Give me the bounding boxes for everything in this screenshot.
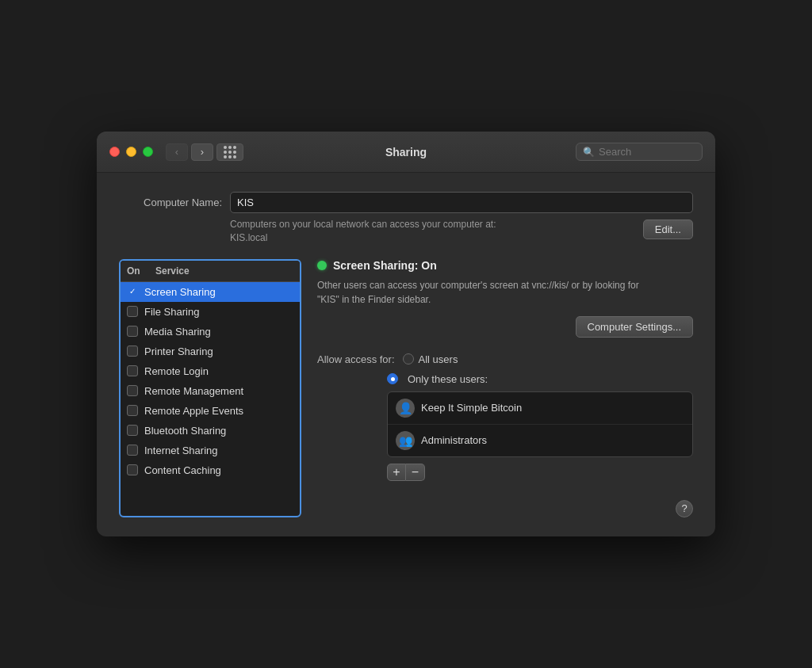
computer-name-row: Computer Name: xyxy=(119,192,693,213)
maximize-button[interactable] xyxy=(143,147,153,157)
traffic-lights xyxy=(109,147,153,157)
service-item[interactable]: Media Sharing xyxy=(121,322,300,342)
service-name: Bluetooth Sharing xyxy=(144,425,226,437)
service-item[interactable]: Content Caching xyxy=(121,460,300,480)
all-users-option[interactable]: All users xyxy=(403,353,458,365)
service-name: Content Caching xyxy=(144,464,221,476)
service-checkbox[interactable] xyxy=(127,405,138,416)
service-name: Screen Sharing xyxy=(144,286,216,298)
edit-button[interactable]: Edit... xyxy=(643,219,693,239)
forward-button[interactable]: › xyxy=(191,143,213,161)
status-title: Screen Sharing: On xyxy=(333,259,437,272)
services-list: Screen SharingFile SharingMedia SharingP… xyxy=(121,282,300,480)
only-users-label: Only these users: xyxy=(408,373,488,385)
service-item[interactable]: Printer Sharing xyxy=(121,342,300,361)
service-item[interactable]: File Sharing xyxy=(121,302,300,322)
service-name: Printer Sharing xyxy=(144,345,213,357)
header-service: Service xyxy=(155,265,190,277)
service-item[interactable]: Remote Login xyxy=(121,361,300,381)
person-icon: 👤 xyxy=(396,399,415,418)
grid-button[interactable] xyxy=(216,143,243,161)
search-box[interactable]: 🔍 xyxy=(576,143,703,161)
services-header: On Service xyxy=(121,261,300,282)
service-item[interactable]: Internet Sharing xyxy=(121,441,300,460)
service-checkbox[interactable] xyxy=(127,464,138,475)
status-desc: Other users can access your computer's s… xyxy=(317,278,693,307)
service-name: Remote Management xyxy=(144,385,243,397)
status-dot xyxy=(317,261,327,270)
status-row: Screen Sharing: On xyxy=(317,259,693,272)
computer-name-label: Computer Name: xyxy=(119,197,222,208)
close-button[interactable] xyxy=(109,147,120,157)
user-item[interactable]: 👤Keep It Simple Bitcoin xyxy=(388,392,692,425)
remove-user-button[interactable]: − xyxy=(406,464,425,481)
services-panel: On Service Screen SharingFile SharingMed… xyxy=(119,259,301,517)
service-checkbox[interactable] xyxy=(127,306,138,317)
users-list: 👤Keep It Simple Bitcoin👥Administrators xyxy=(387,391,693,457)
service-checkbox[interactable] xyxy=(127,365,138,376)
add-user-button[interactable]: + xyxy=(387,464,406,481)
group-icon: 👥 xyxy=(396,431,415,450)
add-remove-row: + − xyxy=(387,464,693,481)
all-users-radio[interactable] xyxy=(403,353,414,365)
service-checkbox[interactable] xyxy=(127,425,138,436)
titlebar: ‹ › Sharing 🔍 xyxy=(97,132,715,173)
detail-panel: Screen Sharing: On Other users can acces… xyxy=(317,259,693,517)
service-name: Internet Sharing xyxy=(144,445,218,456)
service-item[interactable]: Remote Management xyxy=(121,381,300,401)
user-item[interactable]: 👥Administrators xyxy=(388,425,692,456)
service-checkbox[interactable] xyxy=(127,345,138,357)
service-checkbox[interactable] xyxy=(127,286,138,297)
service-item[interactable]: Screen Sharing xyxy=(121,282,300,302)
chevron-left-icon: ‹ xyxy=(175,146,178,158)
window-title: Sharing xyxy=(385,146,427,158)
window: ‹ › Sharing 🔍 Computer Name: xyxy=(97,132,715,536)
service-item[interactable]: Remote Apple Events xyxy=(121,401,300,421)
help-row: ? xyxy=(317,500,693,517)
service-item[interactable]: Bluetooth Sharing xyxy=(121,421,300,441)
only-users-radio[interactable] xyxy=(387,373,398,384)
only-users-row[interactable]: Only these users: xyxy=(317,373,693,385)
chevron-right-icon: › xyxy=(201,146,204,158)
header-on: On xyxy=(127,265,155,277)
help-button[interactable]: ? xyxy=(676,500,693,517)
back-button[interactable]: ‹ xyxy=(166,143,188,161)
service-name: Remote Apple Events xyxy=(144,405,243,417)
allow-row: Allow access for: All users xyxy=(317,353,693,365)
computer-name-sub: Computers on your local network can acce… xyxy=(119,218,693,245)
search-input[interactable] xyxy=(599,146,695,158)
allow-label: Allow access for: xyxy=(317,353,395,365)
service-name: Remote Login xyxy=(144,365,209,377)
service-checkbox[interactable] xyxy=(127,445,138,456)
search-icon: 🔍 xyxy=(583,147,595,158)
computer-name-input[interactable] xyxy=(230,192,693,213)
service-name: File Sharing xyxy=(144,306,199,318)
nav-buttons: ‹ › xyxy=(166,143,213,161)
users-list-container: 👤Keep It Simple Bitcoin👥Administrators xyxy=(317,391,693,457)
computer-settings-button[interactable]: Computer Settings... xyxy=(576,316,694,338)
grid-icon xyxy=(224,146,236,158)
access-section: Allow access for: All users Only these u… xyxy=(317,353,693,481)
minimize-button[interactable] xyxy=(126,147,136,157)
main-area: On Service Screen SharingFile SharingMed… xyxy=(119,259,693,517)
content: Computer Name: Computers on your local n… xyxy=(97,173,715,536)
service-checkbox[interactable] xyxy=(127,385,138,396)
user-name: Administrators xyxy=(421,434,487,446)
service-checkbox[interactable] xyxy=(127,326,138,337)
service-name: Media Sharing xyxy=(144,326,211,338)
user-name: Keep It Simple Bitcoin xyxy=(421,402,522,414)
all-users-label: All users xyxy=(419,353,458,365)
computer-name-info: Computers on your local network can acce… xyxy=(230,218,635,245)
